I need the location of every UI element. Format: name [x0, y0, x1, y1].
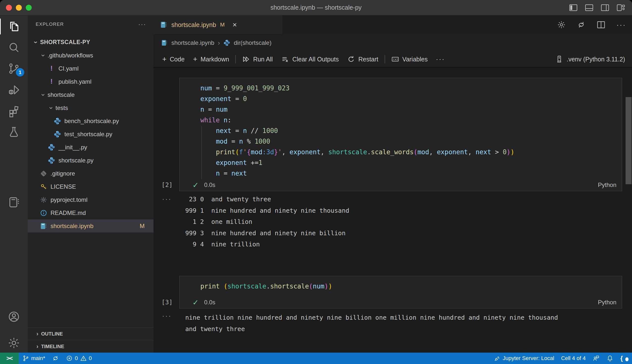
toggle-panel-icon[interactable]: [585, 4, 593, 12]
toggle-primary-sidebar-icon[interactable]: [569, 4, 578, 12]
explorer-more-actions-icon[interactable]: ···: [138, 20, 146, 28]
kernel-picker[interactable]: .venv (Python 3.11.2): [555, 55, 628, 63]
svg-text:(x): (x): [393, 58, 398, 61]
minimize-window-button[interactable]: [16, 5, 22, 11]
info-file-icon: [40, 209, 48, 217]
remote-indicator[interactable]: ><: [0, 352, 19, 364]
feedback-button[interactable]: [589, 355, 603, 362]
breadcrumb-symbol[interactable]: dir(shortscale): [234, 39, 272, 46]
source-control-badge: 1: [16, 68, 24, 76]
add-code-cell-button[interactable]: Code: [158, 55, 189, 64]
tree-item-github-workflows[interactable]: .github/workflows: [28, 49, 154, 62]
problems-status[interactable]: 0 0: [62, 355, 95, 362]
more-actions-icon[interactable]: ···: [616, 20, 626, 29]
variables-button[interactable]: (x) Variables: [387, 55, 432, 63]
notebook-editor: num = 9_999_001_999_023exponent = 0n = n…: [154, 68, 632, 352]
git-branch-status[interactable]: main*: [19, 355, 48, 362]
scrollbar[interactable]: [626, 97, 632, 184]
cell-status-bar: ✓ 0.0s Python: [180, 296, 622, 308]
tree-item-shortscale-folder[interactable]: shortscale: [28, 88, 154, 101]
file-tree: SHORTSCALE-PY .github/workflows ! CI.yam…: [28, 36, 154, 327]
breadcrumb-file[interactable]: shortscale.ipynb: [171, 39, 214, 46]
cell-language[interactable]: Python: [598, 299, 616, 306]
git-file-icon: [40, 170, 48, 178]
window-controls: [0, 5, 32, 11]
python-file-icon: [54, 117, 62, 125]
notebook-settings-gear-icon[interactable]: [557, 20, 566, 29]
testing-icon[interactable]: [0, 124, 28, 140]
cell-output: nine trillion nine hundred and ninety ni…: [185, 312, 558, 334]
explorer-icon[interactable]: [0, 18, 28, 35]
timeline-panel-header[interactable]: TIMELINE: [28, 340, 154, 352]
notebook-file-icon: [161, 39, 168, 46]
python-file-icon: [48, 156, 56, 164]
tree-item-readme-md[interactable]: README.md: [28, 206, 154, 220]
maximize-window-button[interactable]: [26, 5, 32, 11]
accounts-icon[interactable]: [0, 308, 28, 325]
bell-icon: [606, 355, 614, 362]
tree-item-shortscale-ipynb[interactable]: shortscale.ipynb M: [28, 220, 154, 232]
search-icon[interactable]: [0, 39, 28, 56]
sync-changes-button[interactable]: [48, 355, 62, 362]
split-editor-icon[interactable]: [596, 20, 606, 29]
indent-guide: [201, 126, 202, 179]
sidebar-header: EXPLORER ···: [28, 15, 154, 30]
cell-language[interactable]: Python: [598, 182, 616, 188]
customize-layout-icon[interactable]: [617, 4, 625, 12]
tree-item-pyproject-toml[interactable]: pyproject.toml: [28, 193, 154, 206]
tree-item-gitignore[interactable]: .gitignore: [28, 167, 154, 180]
language-status-button[interactable]: {: [617, 354, 632, 362]
tree-item-test-shortscale-py[interactable]: test_shortscale.py: [28, 128, 154, 141]
breadcrumbs: shortscale.ipynb dir(shortscale): [154, 34, 632, 52]
cell-code[interactable]: num = 9_999_001_999_023exponent = 0n = n…: [180, 78, 622, 179]
tab-bar: shortscale.ipynb M × ···: [154, 15, 632, 34]
extensions-icon[interactable]: [0, 102, 28, 119]
close-window-button[interactable]: [6, 5, 12, 11]
plug-icon: [494, 355, 501, 362]
tree-item-license[interactable]: LICENSE: [28, 180, 154, 193]
source-control-icon[interactable]: 1: [0, 60, 28, 77]
code-cell[interactable]: num = 9_999_001_999_023exponent = 0n = n…: [179, 78, 622, 191]
tree-item-ci-yaml[interactable]: ! CI.yaml: [28, 62, 154, 75]
run-and-debug-icon[interactable]: [0, 82, 28, 98]
notebook-cell-position[interactable]: Cell 4 of 4: [558, 355, 589, 362]
tree-item-shortscale-py[interactable]: shortscale.py: [28, 154, 154, 167]
branch-icon: [22, 355, 29, 362]
brace-icon: {: [620, 354, 623, 362]
execution-count: [3]: [162, 299, 172, 306]
clear-all-outputs-button[interactable]: Clear All Outputs: [277, 55, 343, 63]
run-all-button[interactable]: Run All: [238, 55, 277, 63]
execution-count: [2]: [162, 181, 172, 188]
git-modified-badge: M: [140, 222, 145, 230]
jupyter-notebook-view-icon[interactable]: [0, 194, 28, 211]
editor-group: shortscale.ipynb M × ···: [154, 15, 632, 352]
jupyter-server-status[interactable]: Jupyter Server: Local: [490, 355, 558, 362]
editor-actions: ···: [557, 15, 626, 34]
tab-shortscale-ipynb[interactable]: shortscale.ipynb M ×: [154, 15, 282, 34]
code-cell[interactable]: print (shortscale.shortscale(num)) ✓ 0.0…: [179, 276, 622, 308]
output-more-icon[interactable]: ···: [162, 195, 172, 203]
tree-item-bench-shortscale-py[interactable]: bench_shortscale.py: [28, 114, 154, 128]
sync-icon: [52, 355, 59, 362]
output-more-icon[interactable]: ···: [162, 312, 172, 320]
cell-exec-time: 0.0s: [204, 182, 215, 188]
tree-item-root[interactable]: SHORTSCALE-PY: [28, 36, 154, 49]
toggle-secondary-sidebar-icon[interactable]: [601, 4, 609, 12]
add-markdown-cell-button[interactable]: Markdown: [189, 55, 233, 64]
restart-kernel-button[interactable]: Restart: [343, 55, 382, 63]
notifications-button[interactable]: [603, 355, 617, 362]
cell-code[interactable]: print (shortscale.shortscale(num)): [180, 276, 622, 292]
explorer-sidebar: EXPLORER ··· SHORTSCALE-PY .github/workf…: [28, 15, 154, 352]
toolbar-more-icon[interactable]: ···: [432, 55, 449, 63]
tree-item-publish-yaml[interactable]: ! publish.yaml: [28, 75, 154, 88]
cell-output: 23 0 and twenty three999 1 nine hundred …: [185, 194, 349, 250]
tree-item-init-py[interactable]: __init__.py: [28, 141, 154, 154]
settings-gear-icon[interactable]: [0, 334, 28, 351]
layout-controls: [569, 4, 625, 12]
tree-item-tests-folder[interactable]: tests: [28, 101, 154, 114]
close-tab-icon[interactable]: ×: [232, 20, 237, 29]
sync-icon[interactable]: [577, 20, 586, 29]
chevron-down-icon: [32, 39, 40, 46]
error-circle-icon: [66, 355, 73, 362]
outline-panel-header[interactable]: OUTLINE: [28, 327, 154, 340]
